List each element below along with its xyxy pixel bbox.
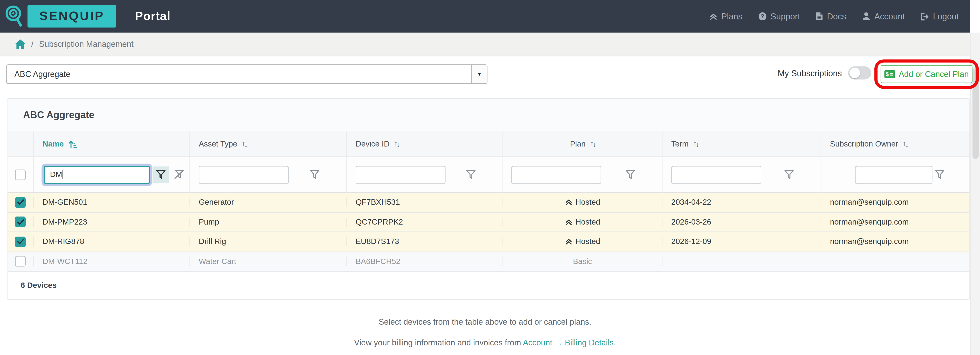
plan-label: Hosted <box>576 237 600 246</box>
cell-asset-type: Pump <box>190 217 347 226</box>
select-hint: Select devices from the table above to a… <box>0 317 970 327</box>
brand[interactable]: SENQUIP Portal <box>0 4 170 28</box>
nav-logout-label: Logout <box>933 11 959 21</box>
billing-hint: View your billing information and invoic… <box>0 338 970 347</box>
nav-support[interactable]: ? Support <box>758 11 800 21</box>
sign-out-icon <box>921 12 929 20</box>
table-header-row: Name Asset Type ↑↓ Device ID ↑↓ Plan ↑↓ … <box>8 131 969 157</box>
toggle-knob <box>850 67 860 78</box>
filter-icon[interactable] <box>784 170 794 179</box>
add-or-cancel-plan-label: Add or Cancel Plan <box>899 69 969 79</box>
cell-owner: norman@senquip.com <box>821 237 969 246</box>
asset-type-filter-input[interactable] <box>199 165 289 184</box>
sort-icon: ↑↓ <box>693 139 698 148</box>
table-filter-row: DM <box>8 157 969 193</box>
filter-icon[interactable] <box>466 170 476 179</box>
row-checkbox-cell <box>8 256 34 267</box>
senquip-logo-icon <box>6 4 25 28</box>
header-device-id[interactable]: Device ID ↑↓ <box>347 131 503 156</box>
filter-icon[interactable] <box>625 170 636 179</box>
billing-hint-text: View your billing information and invoic… <box>354 338 523 347</box>
cell-device-id: BA6BFCH52 <box>347 257 503 266</box>
row-checkbox-cell <box>8 217 34 227</box>
nav-docs-label: Docs <box>827 11 846 21</box>
chevron-double-up-icon <box>565 218 573 226</box>
cell-owner: norman@senquip.com <box>821 198 969 206</box>
nav-account[interactable]: Account <box>862 11 905 21</box>
owner-filter-input[interactable] <box>855 165 932 184</box>
cell-name: DM-GEN501 <box>34 198 190 206</box>
sort-alpha-up-icon <box>68 139 78 149</box>
filter-name-cell: DM <box>34 157 190 192</box>
filter-icon[interactable] <box>309 170 320 179</box>
row-checkbox[interactable] <box>15 237 25 247</box>
row-checkbox[interactable] <box>15 256 25 267</box>
header-asset-type[interactable]: Asset Type ↑↓ <box>190 131 347 156</box>
svg-text:?: ? <box>760 13 764 20</box>
nav-plans[interactable]: Plans <box>710 11 742 21</box>
breadcrumb-page: Subscription Management <box>39 40 134 49</box>
header-device-id-label: Device ID <box>356 139 390 148</box>
device-id-filter-input[interactable] <box>356 165 445 184</box>
text-cursor <box>63 170 64 179</box>
header-subscription-owner-label: Subscription Owner <box>830 139 898 148</box>
billing-details-link[interactable]: Account → Billing Details. <box>523 338 616 347</box>
cell-owner: norman@senquip.com <box>821 217 969 226</box>
cell-name: DM-WCT112 <box>34 257 190 266</box>
sort-icon: ↑↓ <box>242 139 247 148</box>
chevron-double-up-icon <box>565 198 573 206</box>
cell-term: 2026-12-09 <box>662 237 821 246</box>
page: SENQUIP Portal Plans ? Support D <box>0 0 980 355</box>
product-title: Portal <box>135 9 170 23</box>
plan-label: Basic <box>573 257 592 266</box>
top-navbar: SENQUIP Portal Plans ? Support D <box>0 0 970 32</box>
plan-label: Hosted <box>576 198 600 206</box>
header-subscription-owner[interactable]: Subscription Owner ↑↓ <box>821 131 969 156</box>
filter-term-cell <box>662 157 821 192</box>
header-plan-label: Plan <box>570 139 585 148</box>
cell-asset-type: Drill Rig <box>190 237 347 246</box>
cell-plan: Hosted <box>503 198 663 206</box>
header-name-label: Name <box>43 139 64 148</box>
panel-header: ABC Aggregate <box>8 99 969 131</box>
home-icon[interactable] <box>15 40 25 49</box>
cell-name: DM-RIG878 <box>34 237 190 246</box>
nav-docs[interactable]: Docs <box>816 11 846 21</box>
filter-icon[interactable] <box>934 170 945 179</box>
sort-icon: ↑↓ <box>590 139 595 148</box>
cell-term: 2026-03-26 <box>662 217 821 226</box>
filter-clear-icon[interactable] <box>173 170 185 179</box>
row-checkbox[interactable] <box>15 217 25 227</box>
breadcrumb-separator: / <box>31 40 33 49</box>
aggregate-select[interactable]: ABC Aggregate ▼ <box>6 64 488 84</box>
table-row: DM-RIG878 Drill Rig EU8D7S173 Hosted 202… <box>8 232 969 252</box>
my-subscriptions-toggle[interactable] <box>848 66 871 79</box>
filter-active-icon[interactable] <box>153 166 169 182</box>
brand-text: SENQUIP <box>40 9 105 23</box>
term-filter-input[interactable] <box>671 165 761 184</box>
caret-glyph: ▼ <box>477 71 482 77</box>
sort-icon: ↑↓ <box>902 139 907 148</box>
select-all-checkbox[interactable] <box>15 169 25 180</box>
cell-device-id: EU8D7S173 <box>347 237 503 246</box>
header-checkbox-cell <box>8 131 34 156</box>
nav-support-label: Support <box>771 11 800 21</box>
table-row: DM-PMP223 Pump QC7CPRPK2 Hosted 2026-03-… <box>8 213 969 232</box>
nav-logout[interactable]: Logout <box>921 11 959 21</box>
panel-title: ABC Aggregate <box>23 109 94 121</box>
row-checkbox[interactable] <box>15 197 25 208</box>
chevron-double-up-icon <box>565 238 573 246</box>
plan-filter-input[interactable] <box>511 165 601 184</box>
cell-term: 2034-04-22 <box>662 198 821 206</box>
user-icon <box>862 12 870 21</box>
chevron-down-icon[interactable]: ▼ <box>471 65 487 83</box>
subscription-panel: ABC Aggregate Name Asset Type ↑↓ Device … <box>7 98 970 300</box>
brand-box: SENQUIP <box>27 5 116 27</box>
sort-icon: ↑↓ <box>394 139 399 148</box>
header-plan[interactable]: Plan ↑↓ <box>503 131 663 156</box>
header-term[interactable]: Term ↑↓ <box>662 131 821 156</box>
navbar-menu: Plans ? Support Docs Account <box>710 0 959 32</box>
header-name[interactable]: Name <box>34 131 190 156</box>
add-or-cancel-plan-button[interactable]: $ Add or Cancel Plan <box>881 65 972 83</box>
name-filter-input[interactable]: DM <box>44 165 150 184</box>
